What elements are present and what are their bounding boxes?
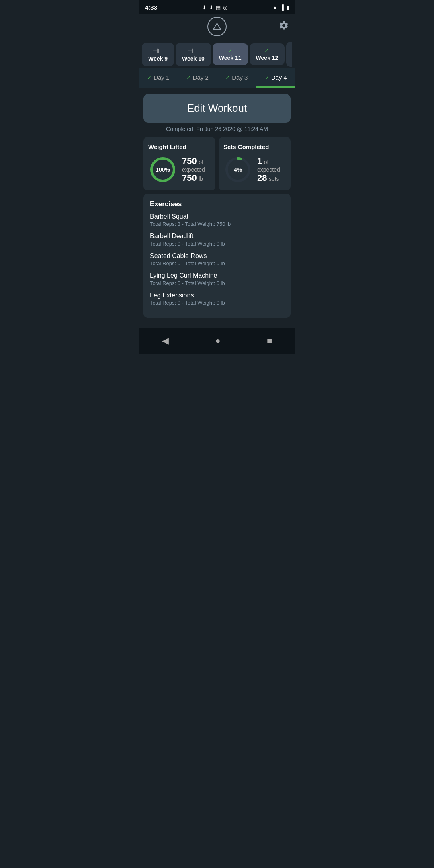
tab-week12[interactable]: ✓ Week 12 xyxy=(250,43,285,65)
sets-completed-expected: expected xyxy=(257,166,280,173)
back-button[interactable]: ◀ xyxy=(152,332,178,349)
svg-marker-0 xyxy=(213,23,221,30)
check-icon-day3: ✓ xyxy=(225,74,230,81)
at-icon: ◎ xyxy=(223,4,227,10)
day1-label: Day 1 xyxy=(154,74,169,81)
stats-row: Weight Lifted 100% 750 of expected xyxy=(143,137,291,190)
barbell-icon-week10: ⊣⊢ xyxy=(188,47,199,55)
exercise-details-0: Total Reps: 3 - Total Weight: 750 lb xyxy=(150,221,284,227)
exercise-details-3: Total Reps: 0 - Total Weight: 0 lb xyxy=(150,280,284,286)
download-icon: ⬇ xyxy=(202,4,207,10)
battery-icon: ▮ xyxy=(286,4,289,10)
exercises-title: Exercises xyxy=(150,200,284,208)
exercise-details-1: Total Reps: 0 - Total Weight: 0 lb xyxy=(150,241,284,247)
day4-label: Day 4 xyxy=(271,74,287,81)
signal-icon: ▐ xyxy=(280,4,284,10)
tab-day4[interactable]: ✓ Day 4 xyxy=(256,68,296,88)
check-icon-day2: ✓ xyxy=(186,74,191,81)
weight-lifted-of: of xyxy=(199,159,203,165)
exercise-item-barbell-squat: Barbell Squat Total Reps: 3 - Total Weig… xyxy=(150,213,284,227)
app-logo xyxy=(207,17,227,36)
download2-icon: ⬇ xyxy=(209,4,213,10)
exercise-name-3: Lying Leg Curl Machine xyxy=(150,272,284,279)
recents-button[interactable]: ■ xyxy=(257,332,282,349)
day3-label: Day 3 xyxy=(232,74,248,81)
exercise-name-0: Barbell Squat xyxy=(150,213,284,220)
check-icon-day1: ✓ xyxy=(147,74,152,81)
week12-label: Week 12 xyxy=(256,55,278,61)
weight-lifted-card: Weight Lifted 100% 750 of expected xyxy=(143,137,215,190)
exercise-name-4: Leg Extensions xyxy=(150,292,284,299)
weight-lifted-unit: lb xyxy=(199,176,203,182)
exercise-item-lying-leg-curl: Lying Leg Curl Machine Total Reps: 0 - T… xyxy=(150,272,284,286)
status-bar: 4:33 ⬇ ⬇ ▦ ◎ ▲ ▐ ▮ xyxy=(139,0,295,14)
weight-lifted-details: 750 of expected 750 lb xyxy=(182,156,205,183)
bottom-nav: ◀ ● ■ xyxy=(139,328,295,354)
sets-completed-circle: 4% xyxy=(223,155,252,184)
weight-lifted-expected-value: 750 xyxy=(182,173,197,183)
barbell-icon-week9: ⊣⊢ xyxy=(152,47,164,55)
sets-completed-percent: 4% xyxy=(234,166,242,173)
check-icon-week12: ✓ xyxy=(264,47,269,54)
sets-completed-card: Sets Completed 4% 1 of expected xyxy=(219,137,291,190)
exercise-details-2: Total Reps: 0 - Total Weight: 0 lb xyxy=(150,260,284,266)
exercise-item-barbell-deadlift: Barbell Deadlift Total Reps: 0 - Total W… xyxy=(150,233,284,247)
app-bar xyxy=(139,14,295,39)
exercise-item-leg-extensions: Leg Extensions Total Reps: 0 - Total Wei… xyxy=(150,292,284,306)
main-content: Edit Workout Completed: Fri Jun 26 2020 … xyxy=(139,88,295,321)
week10-label: Week 10 xyxy=(182,55,205,62)
completed-text: Completed: Fri Jun 26 2020 @ 11:24 AM xyxy=(139,126,295,132)
week-tabs-wrapper: ⊣⊢ Week 9 ⊣⊢ Week 10 ✓ Week 11 ✓ Week 12… xyxy=(139,39,295,67)
wifi-icon: ▲ xyxy=(272,4,278,10)
sets-completed-body: 4% 1 of expected 28 sets xyxy=(223,155,286,184)
edit-workout-button[interactable]: Edit Workout xyxy=(143,94,291,123)
settings-button[interactable] xyxy=(278,20,289,33)
sd-card-icon: ▦ xyxy=(216,4,221,10)
exercise-item-seated-cable-rows: Seated Cable Rows Total Reps: 0 - Total … xyxy=(150,252,284,266)
weight-lifted-percent: 100% xyxy=(156,166,170,173)
tab-day1[interactable]: ✓ Day 1 xyxy=(139,68,178,88)
tab-week10[interactable]: ⊣⊢ Week 10 xyxy=(176,43,211,66)
weight-lifted-value: 750 xyxy=(182,156,197,166)
status-icons-left: ⬇ ⬇ ▦ ◎ xyxy=(202,4,227,10)
weight-lifted-title: Weight Lifted xyxy=(148,143,211,150)
exercises-section: Exercises Barbell Squat Total Reps: 3 - … xyxy=(143,194,291,318)
day2-label: Day 2 xyxy=(193,74,209,81)
home-button[interactable]: ● xyxy=(205,332,230,349)
week9-label: Week 9 xyxy=(148,55,168,62)
weight-lifted-circle: 100% xyxy=(148,155,177,184)
status-icons-right: ▲ ▐ ▮ xyxy=(272,4,289,10)
sets-completed-details: 1 of expected 28 sets xyxy=(257,156,280,183)
sets-completed-expected-value: 28 xyxy=(257,173,267,183)
week11-label: Week 11 xyxy=(219,55,242,61)
weight-lifted-body: 100% 750 of expected 750 lb xyxy=(148,155,211,184)
tab-week11[interactable]: ✓ Week 11 xyxy=(213,43,248,65)
weight-lifted-expected: expected xyxy=(182,166,205,173)
tab-day3[interactable]: ✓ Day 3 xyxy=(217,68,256,88)
tab-week9[interactable]: ⊣⊢ Week 9 xyxy=(142,43,174,66)
sets-completed-unit: sets xyxy=(269,176,279,182)
exercise-name-2: Seated Cable Rows xyxy=(150,252,284,260)
tab-day2[interactable]: ✓ Day 2 xyxy=(178,68,217,88)
week-tabs-scroll: ⊣⊢ Week 9 ⊣⊢ Week 10 ✓ Week 11 ✓ Week 12… xyxy=(142,42,292,67)
sets-completed-value: 1 xyxy=(257,156,262,166)
triangle-icon xyxy=(212,22,222,31)
exercise-details-4: Total Reps: 0 - Total Weight: 0 lb xyxy=(150,300,284,306)
check-icon-week11: ✓ xyxy=(228,47,233,54)
day-tabs: ✓ Day 1 ✓ Day 2 ✓ Day 3 ✓ Day 4 xyxy=(139,68,295,88)
check-icon-day4: ✓ xyxy=(265,74,270,81)
status-time: 4:33 xyxy=(145,4,157,11)
exercise-name-1: Barbell Deadlift xyxy=(150,233,284,240)
add-week-button[interactable]: + xyxy=(286,42,292,67)
sets-completed-of: of xyxy=(264,159,269,165)
sets-completed-title: Sets Completed xyxy=(223,143,286,150)
